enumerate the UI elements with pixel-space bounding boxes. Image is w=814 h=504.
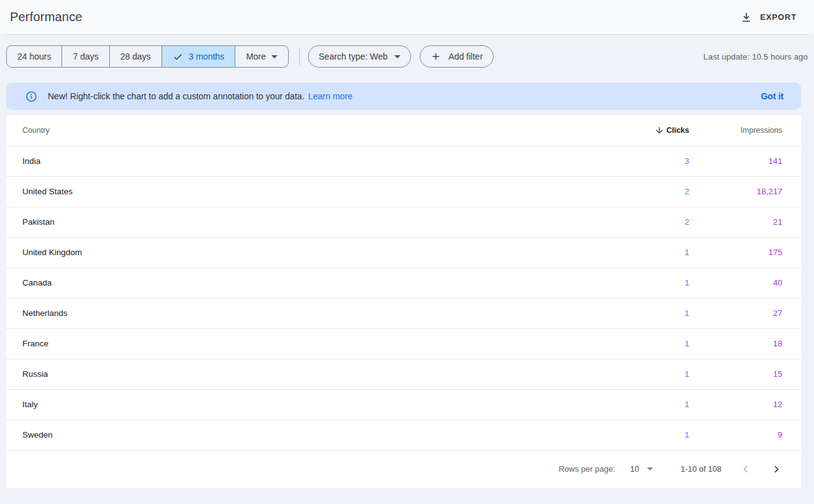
date-range-label: 24 hours [17,52,51,61]
chevron-down-icon [271,55,278,58]
table-header-row: Country Clicks Impressions [6,115,801,146]
country-cell: Russia [6,369,615,379]
chevron-down-icon [647,467,653,470]
date-range-7-days[interactable]: 7 days [61,46,109,67]
date-range-28-days[interactable]: 28 days [109,46,161,67]
table-row[interactable]: United States 2 18,217 [6,176,801,207]
clicks-cell: 2 [615,187,689,196]
export-label: EXPORT [760,12,797,22]
rows-per-page-value: 10 [630,464,639,474]
country-cell: Netherlands [6,308,615,318]
country-cell: Sweden [6,430,615,439]
table-row[interactable]: Canada 1 40 [6,268,801,298]
impressions-cell: 12 [689,400,801,409]
banner-message: New! Right-click the chart to add a cust… [48,91,304,101]
info-icon [25,91,37,102]
country-cell: France [6,339,615,348]
toolbar-divider [299,48,300,65]
chevron-left-icon [739,462,753,476]
date-range-label: 3 months [189,52,225,61]
country-cell: Canada [6,278,615,287]
search-type-dropdown[interactable]: Search type: Web [308,45,411,68]
chevron-right-icon [770,462,784,476]
next-page-button[interactable] [770,462,784,476]
page-title: Performance [10,10,83,24]
impressions-cell: 18 [689,339,801,348]
impressions-cell: 21 [689,217,801,227]
table-row[interactable]: Russia 1 15 [6,359,801,389]
table-row[interactable]: United Kingdom 1 175 [6,237,801,268]
table-row[interactable]: Pakistan 2 21 [6,207,801,237]
rows-per-page-select[interactable]: 10 [630,464,653,474]
add-filter-button[interactable]: Add filter [420,45,493,68]
filter-toolbar: 24 hours 7 days 28 days 3 months More Se… [6,45,808,68]
date-range-more-dropdown[interactable]: More [235,46,288,67]
table-row[interactable]: India 3 141 [6,146,801,176]
top-header: Performance EXPORT [0,0,814,34]
country-cell: United States [6,187,615,196]
table-row[interactable]: Sweden 1 9 [6,420,801,450]
country-cell: India [6,156,615,166]
learn-more-link[interactable]: Learn more [308,91,353,101]
pagination-range: 1-10 of 108 [681,464,721,474]
date-range-segmented-control: 24 hours 7 days 28 days 3 months More [6,45,289,68]
table-row[interactable]: France 1 18 [6,328,801,359]
check-icon [173,52,183,62]
clicks-cell: 1 [615,339,689,348]
header-divider [6,34,808,35]
table-row[interactable]: Netherlands 1 27 [6,298,801,328]
table-body: India 3 141 United States 2 18,217 Pakis… [6,146,801,450]
clicks-cell: 2 [615,217,689,227]
impressions-cell: 141 [689,156,801,166]
date-range-3-months[interactable]: 3 months [161,46,235,67]
previous-page-button[interactable] [739,462,753,476]
sort-descending-icon [654,125,664,135]
date-range-label: 7 days [73,52,98,61]
impressions-cell: 175 [689,248,801,257]
impressions-cell: 27 [689,308,801,318]
countries-table-card: Country Clicks Impressions India 3 141 U… [6,115,801,488]
add-filter-label: Add filter [448,52,482,61]
table-pagination: Rows per page: 10 1-10 of 108 [6,450,801,488]
clicks-cell: 1 [615,430,689,439]
rows-per-page-label: Rows per page: [559,464,615,474]
clicks-cell: 1 [615,278,689,287]
last-update-text: Last update: 10.5 hours ago [703,52,808,61]
clicks-cell: 3 [615,156,689,166]
clicks-cell: 1 [615,400,689,409]
plus-icon [430,51,441,62]
date-range-label: 28 days [120,52,151,61]
country-cell: Italy [6,400,615,409]
impressions-cell: 9 [689,430,801,439]
table-row[interactable]: Italy 1 12 [6,389,801,420]
clicks-cell: 1 [615,308,689,318]
date-range-24-hours[interactable]: 24 hours [7,46,61,67]
chevron-down-icon [394,55,400,58]
search-type-label: Search type: Web [319,52,387,61]
clicks-header-label: Clicks [666,126,689,135]
download-icon [740,11,753,24]
annotation-banner: New! Right-click the chart to add a cust… [6,83,801,110]
column-header-country[interactable]: Country [6,126,615,135]
got-it-button[interactable]: Got it [754,88,790,105]
column-header-clicks[interactable]: Clicks [615,125,689,135]
impressions-cell: 15 [689,369,801,379]
column-header-impressions[interactable]: Impressions [689,126,801,135]
export-button[interactable]: EXPORT [736,11,800,24]
clicks-cell: 1 [615,369,689,379]
impressions-cell: 18,217 [689,187,801,196]
country-cell: United Kingdom [6,248,615,257]
impressions-cell: 40 [689,278,801,287]
more-label: More [246,52,266,61]
clicks-cell: 1 [615,248,689,257]
country-cell: Pakistan [6,217,615,227]
